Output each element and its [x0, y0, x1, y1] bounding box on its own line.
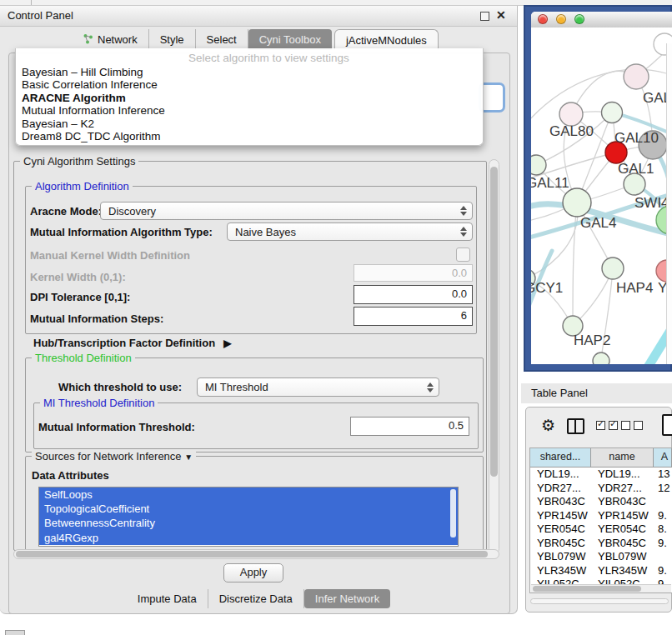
network-scrollbar-strip[interactable] — [666, 43, 672, 364]
network-node[interactable] — [563, 188, 591, 217]
network-node[interactable] — [602, 102, 623, 123]
zoom-window-icon[interactable] — [574, 14, 584, 24]
node-label: HAP2 — [574, 332, 610, 348]
gear-icon[interactable]: ⚙ — [541, 416, 555, 435]
dpi-tolerance-label: DPI Tolerance [0,1]: — [30, 291, 130, 303]
node-label: GAL10 — [614, 130, 659, 146]
apply-button[interactable]: Apply — [223, 563, 283, 582]
column-header[interactable]: A — [654, 448, 672, 467]
network-node[interactable] — [602, 258, 624, 279]
table-row[interactable]: YDL19...YDL19...13 — [530, 468, 672, 482]
mi-threshold-input[interactable]: 0.5 — [350, 417, 469, 436]
node-table: shared... name A YDL19...YDL19...13 YDR2… — [529, 448, 672, 593]
tab-jactivemnodules[interactable]: jActiveMNodules — [334, 29, 439, 50]
table-horizontal-scrollbar[interactable] — [531, 584, 671, 593]
tab-jactivemnodules-label: jActiveMNodules — [346, 34, 427, 47]
mi-steps-label: Mutual Information Steps: — [30, 312, 163, 325]
attribute-item[interactable]: gal4RGexp — [39, 531, 458, 545]
stepper-icon — [426, 378, 434, 396]
which-threshold-select[interactable]: MI Threshold — [197, 378, 439, 397]
algorithm-option-selected[interactable]: ARACNE Algorithm — [16, 92, 483, 104]
column-header[interactable]: name — [591, 448, 654, 467]
hub-definition-expander[interactable]: Hub/Transcription Factor Definition▶ — [33, 337, 231, 349]
algorithm-definition-title: Algorithm Definition — [32, 180, 133, 192]
table-row[interactable]: YPR145WYPR145W9. — [530, 509, 672, 523]
close-window-icon[interactable] — [538, 14, 548, 24]
aracne-mode-value: Discovery — [108, 205, 156, 218]
bottom-left-widget[interactable] — [5, 630, 25, 635]
column-header[interactable]: shared... — [530, 448, 591, 467]
float-panel-icon[interactable] — [480, 12, 489, 21]
mi-algorithm-type-value: Naive Bayes — [235, 226, 296, 238]
manual-kernel-width-checkbox[interactable] — [456, 248, 470, 262]
tab-impute-data[interactable]: Impute Data — [127, 589, 208, 608]
dpi-tolerance-input[interactable]: 0.0 — [354, 285, 473, 304]
minimize-window-icon[interactable] — [556, 14, 566, 24]
table-row[interactable]: YBL079WYBL079W — [530, 550, 672, 564]
network-canvas[interactable]: GAL GAL80 GAL10 GAL1 GAL11 GAL4 SWI4 GCY… — [531, 28, 672, 364]
table-body[interactable]: YDL19...YDL19...13 YDR27...YDR27...12 YB… — [530, 468, 672, 584]
split-pane-icon[interactable] — [567, 418, 584, 434]
tab-cyni-toolbox-label: Cyni Toolbox — [259, 33, 321, 46]
table-header-row: shared... name A — [530, 448, 672, 468]
algorithm-option[interactable]: Bayesian – K2 — [16, 118, 483, 130]
table-row[interactable]: YBR043CYBR043C — [530, 495, 672, 509]
settings-vertical-scrollbar[interactable] — [489, 159, 499, 554]
tab-cyni-toolbox[interactable]: Cyni Toolbox — [248, 29, 332, 50]
algorithm-option[interactable]: Basic Correlation Inference — [16, 78, 483, 91]
settings-horizontal-scrollbar[interactable] — [13, 549, 499, 559]
table-row[interactable]: YER054CYER054C8. — [530, 522, 672, 537]
tab-network-label: Network — [98, 33, 138, 46]
table-row[interactable]: YLR345WYLR345W9. — [530, 564, 672, 578]
mi-algorithm-type-select[interactable]: Naive Bayes — [227, 222, 473, 241]
deselect-all-columns-icon[interactable] — [621, 421, 643, 430]
data-attributes-label: Data Attributes — [32, 469, 109, 482]
table-row[interactable]: YIL052CYIL052C9. — [530, 578, 672, 584]
control-panel-title: Control Panel — [8, 9, 73, 22]
which-threshold-value: MI Threshold — [205, 381, 268, 393]
cyni-algorithm-settings-title: Cyni Algorithm Settings — [20, 155, 138, 168]
tab-discretize-data[interactable]: Discretize Data — [208, 589, 304, 608]
table-toolbar: ⚙ — [526, 414, 671, 442]
attribute-item[interactable]: BetweennessCentrality — [39, 516, 458, 530]
attribute-item[interactable]: TopologicalCoefficient — [39, 502, 458, 516]
network-node[interactable] — [559, 102, 583, 126]
kernel-width-label: Kernel Width (0,1): — [30, 271, 126, 283]
list-scrollbar[interactable] — [450, 489, 456, 538]
tab-style[interactable]: Style — [149, 29, 196, 50]
sources-title-label: Sources for Network Inference — [35, 450, 182, 462]
document-icon[interactable] — [662, 414, 672, 436]
aracne-mode-select[interactable]: Discovery — [100, 202, 473, 220]
table-row[interactable]: YDR27...YDR27...12 — [530, 482, 672, 496]
table-row[interactable]: YBR045CYBR045C9. — [530, 537, 672, 551]
kernel-width-input[interactable]: 0.0 — [354, 264, 473, 282]
tab-select[interactable]: Select — [196, 29, 248, 50]
tab-network[interactable]: Network — [72, 29, 149, 50]
node-label: GAL4 — [580, 215, 616, 231]
algorithm-option[interactable]: Mutual Information Inference — [16, 104, 483, 117]
node-label: SWI4 — [634, 195, 669, 211]
attribute-item[interactable]: SelfLoops — [39, 488, 458, 502]
node-label: GCY1 — [531, 280, 563, 296]
mi-steps-input[interactable]: 6 — [354, 307, 473, 326]
data-attributes-list[interactable]: SelfLoops TopologicalCoefficient Between… — [38, 487, 459, 547]
select-all-columns-icon[interactable] — [596, 421, 618, 430]
node-label: HAP4 — [616, 280, 653, 296]
table-panel-title: Table Panel — [531, 387, 588, 399]
collapse-arrow-icon: ▼ — [184, 452, 193, 462]
tab-style-label: Style — [160, 33, 184, 46]
network-view-window: GAL GAL80 GAL10 GAL1 GAL11 GAL4 SWI4 GCY… — [524, 5, 672, 372]
table-panel-titlebar: Table Panel — [521, 383, 672, 403]
close-panel-icon[interactable]: ✕ — [496, 8, 506, 22]
network-node[interactable] — [624, 64, 649, 89]
sources-title[interactable]: Sources for Network Inference ▼ — [32, 450, 196, 462]
network-window-titlebar[interactable] — [531, 12, 672, 28]
network-node[interactable] — [531, 155, 546, 175]
algorithm-option[interactable]: Dream8 DC_TDC Algorithm — [16, 130, 483, 142]
which-threshold-label: Which threshold to use: — [58, 381, 182, 393]
algorithm-option[interactable]: Bayesian – Hill Climbing — [16, 66, 483, 78]
tab-infer-network-label: Infer Network — [315, 592, 379, 605]
network-node[interactable] — [593, 352, 609, 364]
threshold-definition-title: Threshold Definition — [32, 352, 135, 364]
tab-infer-network[interactable]: Infer Network — [304, 589, 390, 608]
